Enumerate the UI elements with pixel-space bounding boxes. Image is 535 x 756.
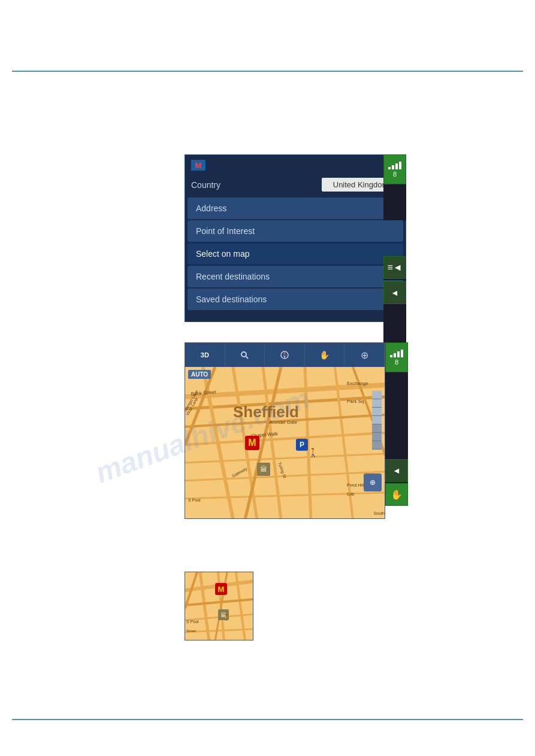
toolbar-compass-button[interactable] <box>265 344 305 366</box>
country-label: Country <box>191 180 220 190</box>
parking-symbol: P <box>300 441 304 449</box>
map-arrow-left-button[interactable]: ◄ <box>385 459 408 482</box>
zoom-level-6 <box>372 433 382 441</box>
search-icon <box>240 351 249 359</box>
map-signal-number: 8 <box>395 359 398 366</box>
sidebar-divider <box>383 279 406 280</box>
svg-text:S Pool: S Pool <box>188 498 201 502</box>
auto-mode-badge: AUTO <box>188 370 211 379</box>
3d-label: 3D <box>201 351 209 359</box>
map-signal-bar-3 <box>397 351 400 357</box>
map-signal-bars-icon <box>390 350 403 357</box>
zoom-level-2 <box>372 399 382 408</box>
zoom-level-1 <box>372 391 382 399</box>
small-person-icon: 🚶 <box>222 614 229 621</box>
map-sidebar-spacer-1 <box>385 372 408 459</box>
bottom-border-line <box>12 719 523 720</box>
address-label: Address <box>196 204 226 213</box>
map-signal-button[interactable]: 8 <box>385 342 408 372</box>
map-sidebar: 8 ◄ ✋ <box>385 342 408 506</box>
pan-icon: ✋ <box>319 350 330 360</box>
signal-bars-icon <box>388 162 401 169</box>
nav-menu-header: M <box>185 155 406 175</box>
nav-menu-item-select-on-map[interactable]: Select on map <box>188 243 403 265</box>
poi-label: Point of Interest <box>196 226 255 236</box>
svg-text:Pond Hill: Pond Hill <box>347 483 364 487</box>
museum-symbol: 🏛 <box>260 465 267 473</box>
nav-logo: M <box>191 160 205 171</box>
map-hand-button[interactable]: ✋ <box>385 483 408 506</box>
map-hand-icon: ✋ <box>391 489 403 500</box>
person-icon: 🚶 <box>308 448 318 457</box>
zoom-to-location-button[interactable]: ⊕ <box>364 473 382 491</box>
arrow-left-icon: ◄ <box>391 288 399 297</box>
toolbar-3d-button[interactable]: 3D <box>185 344 225 366</box>
saved-destinations-label: Saved destinations <box>196 294 267 304</box>
mcdonalds-poi[interactable]: M <box>245 436 259 450</box>
zoom-level-3 <box>372 408 382 416</box>
mcdonalds-symbol: M <box>248 438 256 448</box>
map-signal-bar-4 <box>401 350 403 357</box>
small-mcdonalds-poi: M <box>215 583 227 595</box>
svg-line-1 <box>246 356 248 359</box>
map-signal-bar-1 <box>390 355 392 357</box>
map-background: 3D ✋ ⊕ <box>185 343 385 518</box>
top-border-line <box>12 71 523 72</box>
nav-menu-item-poi[interactable]: Point of Interest <box>188 220 403 242</box>
toolbar-pan-button[interactable]: ✋ <box>305 344 345 366</box>
nav-menu-item-recent[interactable]: Recent destinations <box>188 266 403 287</box>
small-map-panel: S Pool Street M 🏛 🚶 <box>185 572 253 640</box>
svg-text:Park Sq: Park Sq <box>347 399 364 404</box>
signal-bar-1 <box>388 167 391 169</box>
map-arrow-icon: ◄ <box>392 466 401 475</box>
zoom-in-icon: ⊕ <box>361 350 368 361</box>
signal-bar-3 <box>395 163 398 169</box>
south-label: South <box>374 511 385 515</box>
signal-bar-2 <box>392 165 394 169</box>
svg-text:Street: Street <box>186 629 196 633</box>
small-mcdonalds-symbol: M <box>218 585 225 594</box>
toolbar-search-button[interactable] <box>225 344 265 366</box>
logo-letter: M <box>195 161 202 170</box>
sidebar-spacer-1 <box>383 184 406 220</box>
signal-button[interactable]: 8 <box>383 154 406 184</box>
parking-poi[interactable]: P <box>296 439 308 451</box>
map-streets-svg: Bank Street Arundel Gate Chapel Walk Vic… <box>185 367 385 519</box>
recent-destinations-label: Recent destinations <box>196 272 270 281</box>
svg-text:S Pool: S Pool <box>186 620 199 624</box>
arrow-left-button[interactable]: ◄ <box>383 281 406 304</box>
nav-menu-item-address[interactable]: Address <box>188 198 403 219</box>
map-panel: 3D ✋ ⊕ <box>185 342 385 519</box>
museum-poi[interactable]: 🏛 <box>257 463 270 476</box>
svg-text:Arundel Gate: Arundel Gate <box>269 420 298 425</box>
svg-point-0 <box>241 352 246 357</box>
zoom-location-icon: ⊕ <box>370 478 376 487</box>
nav-menu-panel: M Country United Kingdom Address Point o… <box>185 154 406 322</box>
country-row: Country United Kingdom <box>185 175 406 196</box>
zoom-level-strip[interactable] <box>372 391 382 450</box>
select-on-map-label: Select on map <box>196 249 250 259</box>
zoom-level-7 <box>372 441 382 450</box>
svg-text:Exchange: Exchange <box>347 381 368 386</box>
map-signal-bar-2 <box>394 353 396 357</box>
zoom-level-4 <box>372 416 382 424</box>
zoom-level-5 <box>372 424 382 433</box>
signal-bar-4 <box>399 162 401 169</box>
menu-lines-icon: ≡◄ <box>387 262 402 273</box>
nav-menu-item-saved[interactable]: Saved destinations <box>188 289 403 310</box>
svg-text:Gilb: Gilb <box>347 492 355 496</box>
toolbar-zoom-button[interactable]: ⊕ <box>344 344 385 366</box>
menu-lines-button[interactable]: ≡◄ <box>383 256 406 279</box>
compass-icon <box>280 350 289 360</box>
small-map-background: S Pool Street M 🏛 🚶 <box>185 572 253 640</box>
map-toolbar: 3D ✋ ⊕ <box>185 343 385 367</box>
signal-number: 8 <box>393 171 397 178</box>
